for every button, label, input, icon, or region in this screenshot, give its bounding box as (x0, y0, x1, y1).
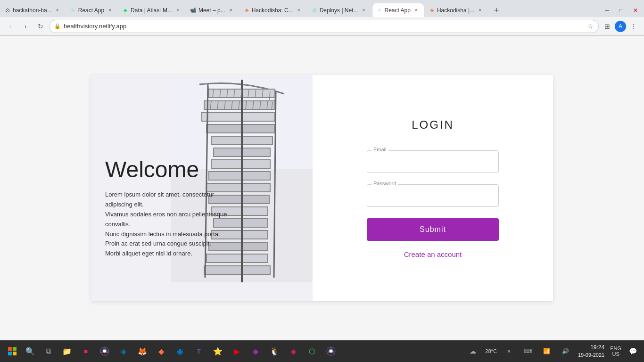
volume-icon[interactable]: 🔊 (557, 343, 574, 360)
tab-6-label: Deploys | Net... (320, 7, 358, 14)
create-account-link[interactable]: Create an account (404, 250, 462, 258)
tab-2-close[interactable]: × (106, 7, 114, 14)
taskbar-task-view[interactable]: ⧉ (40, 343, 57, 360)
svg-rect-43 (13, 352, 17, 355)
star-icon[interactable]: ☆ (587, 23, 594, 30)
tab-7[interactable]: ⚛ React App × (372, 3, 424, 17)
svg-rect-4 (202, 113, 275, 121)
email-input[interactable] (367, 150, 499, 173)
tab-4-close[interactable]: × (227, 7, 235, 14)
taskbar-app-red[interactable]: ▶ (228, 343, 245, 360)
login-title: LOGIN (412, 118, 454, 132)
password-label: Password (372, 181, 398, 186)
tab-6-close[interactable]: × (360, 7, 368, 14)
tab-2-label: React App (78, 7, 104, 14)
address-bar-container[interactable]: 🔒 ☆ (49, 20, 599, 33)
back-button[interactable]: ‹ (4, 20, 17, 33)
new-tab-button[interactable]: + (490, 4, 503, 17)
svg-rect-40 (8, 347, 12, 351)
browser-toolbar: ‹ › ↻ 🔒 ☆ ⊞ A ⋮ (0, 17, 644, 36)
more-menu-button[interactable]: ⋮ (627, 20, 640, 33)
reload-button[interactable]: ↻ (34, 20, 47, 33)
password-input[interactable] (367, 184, 499, 207)
keyboard-icon[interactable]: ⌨ (520, 343, 537, 360)
network-icon[interactable]: 📶 (538, 343, 555, 360)
toolbar-right-icons: ⊞ A ⋮ (601, 20, 640, 33)
datetime-display[interactable]: 19:24 19-09-2021 (576, 344, 606, 359)
hackodisha-icon-5: ◈ (243, 7, 250, 14)
password-form-group: Password (367, 184, 499, 207)
tab-3-label: Data | Atlas: M... (131, 7, 172, 14)
submit-button[interactable]: Submit (367, 218, 499, 241)
netlify-icon: ◇ (311, 7, 318, 14)
tab-3[interactable]: ◆ Data | Atlas: M... × (118, 3, 186, 17)
tab-7-label: React App (385, 7, 411, 14)
extensions-icon[interactable]: ⊞ (601, 20, 614, 33)
time-display: 19:24 (590, 344, 604, 352)
forward-button[interactable]: › (19, 20, 32, 33)
tab-1-label: hackathon-ba... (13, 7, 52, 14)
right-panel: LOGIN Email Password Submit Create an ac… (313, 75, 553, 301)
temperature-display: 28°C (483, 348, 499, 354)
taskbar-chrome[interactable] (96, 343, 113, 360)
taskbar-app-pink[interactable]: ◈ (285, 343, 302, 360)
cloud-icon[interactable]: ☁ (464, 343, 481, 360)
email-input-wrapper: Email (367, 150, 499, 173)
system-tray: ☁ 28°C ∧ ⌨ 📶 🔊 19:24 19-09-2021 ENG US 💬 (464, 343, 640, 360)
taskbar-chrome-2[interactable] (322, 343, 339, 360)
welcome-body-text: Lorem ipsum dolor sit amet, consectetur … (105, 190, 237, 259)
show-hidden-icons[interactable]: ∧ (501, 343, 518, 360)
taskbar-app-yellow[interactable]: ⭐ (209, 343, 226, 360)
lang-display: ENG (610, 346, 621, 351)
account-icon[interactable]: A (615, 21, 626, 32)
meet-icon: 📹 (190, 7, 197, 14)
notification-center[interactable]: 💬 (625, 343, 640, 360)
lang-region-display[interactable]: ENG US (608, 346, 623, 357)
region-display: US (610, 351, 621, 357)
address-bar-input[interactable] (64, 23, 585, 30)
email-form-group: Email (367, 150, 499, 173)
taskbar-app-tux[interactable]: 🐧 (266, 343, 283, 360)
taskbar-sublime[interactable]: ◆ (153, 343, 170, 360)
tab-2[interactable]: ⚛ React App × (66, 3, 118, 17)
taskbar-teams[interactable]: T (190, 343, 207, 360)
taskbar-vscode[interactable]: ◈ (115, 343, 132, 360)
github-icon: ⊙ (4, 7, 11, 14)
atlas-icon: ◆ (122, 7, 129, 14)
welcome-heading: Welcome (105, 156, 237, 182)
react-icon-2: ⚛ (70, 7, 76, 14)
tab-5-label: Hackodisha: C... (252, 7, 293, 14)
tab-6[interactable]: ◇ Deploys | Net... × (307, 3, 372, 17)
taskbar: 🔍 ⧉ 📁 ■ ◈ 🦊 ◆ ◉ T ⭐ ▶ ◆ 🐧 (0, 340, 644, 362)
svg-rect-5 (206, 124, 275, 133)
left-panel: Welcome Lorem ipsum dolor sit amet, cons… (91, 75, 313, 301)
login-card: Welcome Lorem ipsum dolor sit amet, cons… (91, 75, 553, 301)
close-button[interactable]: ✕ (629, 4, 642, 17)
minimize-button[interactable]: ─ (601, 4, 614, 17)
tab-4-label: Meet – p... (198, 7, 225, 14)
svg-rect-42 (8, 352, 12, 355)
tab-8-close[interactable]: × (476, 7, 484, 14)
email-label: Email (372, 147, 388, 152)
date-display: 19-09-2021 (578, 352, 604, 359)
svg-rect-17 (204, 266, 270, 274)
taskbar-search-button[interactable]: 🔍 (23, 343, 38, 360)
lock-icon: 🔒 (54, 23, 61, 29)
tab-3-close[interactable]: × (174, 7, 182, 14)
maximize-button[interactable]: □ (615, 4, 628, 17)
browser-chrome: ⊙ hackathon-ba... × ⚛ React App × ◆ Data… (0, 0, 644, 36)
tab-5[interactable]: ◈ Hackodisha: C... × (239, 3, 307, 17)
taskbar-app-green[interactable]: ⬡ (304, 343, 321, 360)
tab-5-close[interactable]: × (295, 7, 303, 14)
tab-1[interactable]: ⊙ hackathon-ba... × (0, 3, 66, 17)
tab-8[interactable]: ◈ Hackodisha |... × (424, 3, 488, 17)
taskbar-app-purple[interactable]: ◆ (247, 343, 264, 360)
taskbar-firefox[interactable]: 🦊 (134, 343, 151, 360)
taskbar-color-tool[interactable]: ■ (77, 343, 94, 360)
start-button[interactable] (4, 343, 21, 360)
taskbar-edge[interactable]: ◉ (172, 343, 189, 360)
tab-4[interactable]: 📹 Meet – p... × (186, 3, 239, 17)
taskbar-file-explorer[interactable]: 📁 (58, 343, 75, 360)
tab-1-close[interactable]: × (54, 7, 61, 14)
tab-7-close[interactable]: × (413, 7, 420, 14)
